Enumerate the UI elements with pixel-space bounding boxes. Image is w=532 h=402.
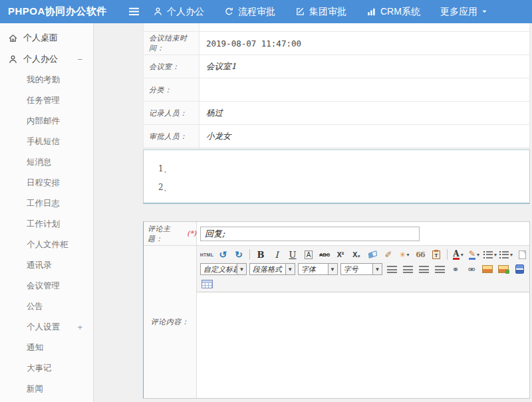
- sidebar-item[interactable]: 通知: [0, 338, 93, 358]
- top-nav-item[interactable]: 个人办公: [153, 6, 204, 18]
- align-left-button[interactable]: [384, 262, 399, 276]
- align-left-button: [387, 266, 397, 273]
- rich-text-editor: HTML↺↻BIUAABCX²X₂✐✳▾66TA▾✎▾▾▾自定义标题▼段落格式▼…: [197, 246, 529, 398]
- icon-glyph: ⚮: [468, 264, 475, 274]
- sidebar-menu: 个人桌面个人办公−我的考勤任务管理内部邮件手机短信短消息日程安排工作日志工作计划…: [0, 23, 94, 402]
- icon-glyph: 66: [416, 251, 424, 259]
- redo-icon[interactable]: ↻: [231, 248, 246, 261]
- sidebar-item[interactable]: 日程安排: [0, 173, 93, 193]
- sidebar-item[interactable]: 电子期刊: [0, 399, 93, 402]
- expand-toggle-icon[interactable]: +: [77, 322, 86, 332]
- unordered-list-button[interactable]: ▾: [499, 248, 513, 261]
- image-button[interactable]: [480, 262, 495, 276]
- heading-select[interactable]: 自定义标题▼: [200, 263, 247, 275]
- editor-content-area[interactable]: [197, 292, 529, 398]
- icon-glyph: ✐: [385, 250, 392, 260]
- clear-format-brush-icon[interactable]: ✐: [381, 248, 396, 261]
- caret-down-icon[interactable]: ▼: [372, 264, 382, 274]
- align-right-button: [419, 266, 429, 273]
- sidebar-item[interactable]: 手机短信: [0, 132, 93, 152]
- sidebar-item[interactable]: 个人文件柜: [0, 235, 93, 255]
- sidebar-item[interactable]: 通讯录: [0, 255, 93, 276]
- toolbar-separator: [249, 249, 250, 260]
- font-style-button[interactable]: A: [301, 248, 316, 261]
- sidebar-item[interactable]: 会议管理: [0, 276, 93, 296]
- sidebar-item-label: 个人文件柜: [27, 239, 68, 251]
- caret-down-icon[interactable]: ▼: [285, 264, 295, 274]
- superscript-button[interactable]: X²: [333, 248, 348, 261]
- top-nav-item[interactable]: CRM系统: [366, 6, 420, 18]
- sidebar-item[interactable]: 大事记: [0, 358, 93, 379]
- edit-icon: [295, 7, 305, 17]
- underline-button[interactable]: U: [285, 248, 300, 261]
- sidebar-item[interactable]: 新闻: [0, 379, 93, 399]
- subscript-button[interactable]: X₂: [349, 248, 364, 261]
- caret-down-icon: ▾: [477, 252, 479, 258]
- strikethrough-button[interactable]: ABC: [317, 248, 332, 261]
- align-center-button[interactable]: [400, 262, 415, 276]
- icon-glyph: HTML: [200, 252, 214, 257]
- expand-toggle-icon[interactable]: −: [77, 54, 86, 64]
- undo-icon[interactable]: ↺: [215, 248, 230, 261]
- font-color-button[interactable]: A▾: [451, 248, 466, 261]
- paragraph-format-select[interactable]: 段落格式▼: [249, 263, 295, 275]
- sidebar-item[interactable]: 工作日志: [0, 193, 93, 214]
- ordered-list-button[interactable]: ▾: [483, 248, 497, 261]
- caret-down-icon[interactable]: ▼: [237, 264, 246, 274]
- remove-link-icon[interactable]: ⚮: [464, 262, 479, 276]
- align-justify-button[interactable]: [432, 262, 447, 276]
- upload-image-button[interactable]: [496, 262, 511, 276]
- sidebar-item-label: 会议管理: [27, 280, 60, 292]
- top-nav-item[interactable]: 集团审批: [295, 6, 346, 18]
- media-button[interactable]: [512, 262, 527, 276]
- image-button: [482, 265, 493, 273]
- field-label: 审批人员：: [149, 132, 188, 142]
- blockquote-button[interactable]: 66: [413, 248, 428, 261]
- meeting-info-table: 会议结束时间：2019-08-07 11:47:00会议室：会议室1分类：记录人…: [143, 23, 530, 148]
- sidebar-item[interactable]: 我的考勤: [0, 70, 93, 90]
- eraser-icon[interactable]: [365, 248, 380, 261]
- sidebar-item[interactable]: 任务管理: [0, 90, 93, 111]
- sidebar-item-label: 通讯录: [27, 260, 52, 271]
- font-size-select[interactable]: 字号▼: [340, 263, 382, 275]
- top-nav-label: 集团审批: [309, 6, 346, 18]
- toolbar-row: [199, 276, 527, 291]
- sidebar-item-label: 工作计划: [27, 219, 60, 230]
- highlight-color-button[interactable]: ✎▾: [467, 248, 481, 261]
- sidebar-item[interactable]: 个人办公−: [0, 49, 93, 70]
- icon-glyph: A: [453, 250, 459, 260]
- sidebar-item[interactable]: 内部邮件: [0, 111, 93, 132]
- italic-button[interactable]: I: [269, 248, 284, 261]
- sidebar-item[interactable]: 个人设置+: [0, 317, 93, 338]
- top-nav-item[interactable]: 流程审批: [224, 6, 275, 18]
- caret-down-icon[interactable]: ▼: [328, 264, 337, 274]
- font-family-select[interactable]: 字体▼: [298, 263, 338, 275]
- sidebar-item[interactable]: 公告: [0, 296, 93, 317]
- align-right-button[interactable]: [416, 262, 431, 276]
- icon-glyph: ABC: [319, 252, 330, 258]
- icon-glyph: ⚭: [452, 264, 460, 274]
- hamburger-menu-icon[interactable]: [124, 7, 144, 16]
- icon-glyph: ✳: [399, 251, 405, 259]
- sidebar-item[interactable]: 工作计划: [0, 214, 93, 235]
- field-value: 杨过: [206, 108, 223, 119]
- caret-down-icon: ▾: [494, 252, 497, 258]
- media-button: [515, 264, 524, 274]
- paste-as-text-icon: T: [432, 251, 440, 259]
- quick-format-wand-icon[interactable]: ✳▾: [397, 248, 412, 261]
- bold-button[interactable]: B: [253, 248, 268, 261]
- top-nav-item[interactable]: 更多应用: [440, 6, 487, 18]
- source-code-button[interactable]: HTML: [200, 248, 214, 261]
- insert-table-button[interactable]: [200, 277, 214, 290]
- table-row: 分类：: [144, 78, 529, 102]
- unordered-list-button: [499, 251, 509, 258]
- sidebar-item[interactable]: 个人桌面: [0, 27, 93, 49]
- icon-glyph: I: [275, 250, 278, 260]
- comment-subject-input[interactable]: [200, 227, 420, 241]
- sidebar-item[interactable]: 短消息: [0, 152, 93, 173]
- insert-link-icon[interactable]: ⚭: [448, 262, 463, 276]
- paste-as-text-icon[interactable]: T: [429, 248, 444, 261]
- new-document-icon[interactable]: [515, 248, 529, 261]
- sidebar-item-label: 短消息: [27, 157, 52, 168]
- field-value: 会议室1: [206, 61, 236, 72]
